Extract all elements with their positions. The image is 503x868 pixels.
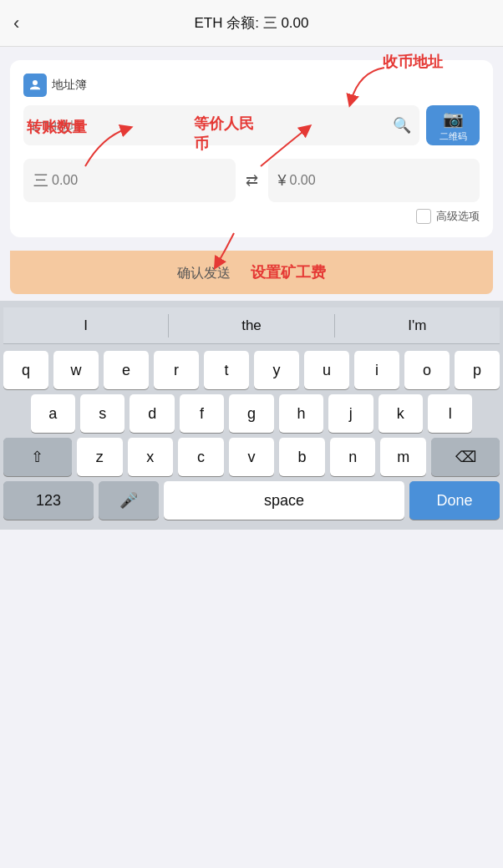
key-b[interactable]: b <box>279 438 325 476</box>
back-button[interactable]: ‹ <box>13 13 19 34</box>
delete-key[interactable]: ⌫ <box>431 438 500 476</box>
addr-book-row[interactable]: 地址簿 <box>23 74 480 97</box>
header: ‹ ETH 余额: 三 0.00 <box>0 0 503 47</box>
confirm-section[interactable]: 确认发送 设置矿工费 <box>10 251 493 294</box>
key-i[interactable]: i <box>354 351 399 389</box>
eth-input-row: 🔍 📷 二维码 <box>23 105 480 145</box>
header-title: ETH 余额: 三 0.00 <box>195 13 309 33</box>
key-e[interactable]: e <box>104 351 149 389</box>
shift-key[interactable]: ⇧ <box>3 438 72 476</box>
key-v[interactable]: v <box>229 438 275 476</box>
swap-icon: ⇄ <box>242 171 262 190</box>
key-q[interactable]: q <box>3 351 48 389</box>
advanced-checkbox[interactable] <box>416 209 431 224</box>
key-z[interactable]: z <box>77 438 123 476</box>
eth-amount-input[interactable] <box>52 173 226 188</box>
search-icon: 🔍 <box>393 116 411 135</box>
key-g[interactable]: g <box>229 394 273 433</box>
key-w[interactable]: w <box>53 351 99 389</box>
eth-prefix: 三 <box>33 170 48 190</box>
suggestion-im[interactable]: I'm <box>335 307 500 343</box>
main-card: 收币地址 地址簿 🔍 📷 二维码 三 ⇄ ¥ 转账数 <box>10 60 493 237</box>
camera-icon: 📷 <box>443 109 464 129</box>
key-y[interactable]: y <box>254 351 299 389</box>
addr-book-label: 地址簿 <box>52 78 87 93</box>
key-u[interactable]: u <box>304 351 349 389</box>
key-m[interactable]: m <box>380 438 426 476</box>
key-k[interactable]: k <box>379 394 423 433</box>
cny-amount-input[interactable] <box>290 173 470 188</box>
keyboard-row-2: a s d f g h j k l <box>3 394 500 433</box>
key-a[interactable]: a <box>31 394 75 433</box>
num-key[interactable]: 123 <box>3 481 94 520</box>
key-h[interactable]: h <box>279 394 323 433</box>
key-n[interactable]: n <box>330 438 376 476</box>
keyboard-row-bottom: 123 🎤 space Done <box>3 481 500 520</box>
annotation-receive-addr: 收币地址 <box>383 52 443 72</box>
eth-address-input[interactable] <box>32 119 393 133</box>
advanced-options-row: 高级选项 <box>23 209 480 224</box>
keyboard: I the I'm q w e r t y u i o p a s d f g … <box>0 301 503 530</box>
key-o[interactable]: o <box>404 351 450 389</box>
suggestions-row: I the I'm <box>3 307 500 344</box>
key-p[interactable]: p <box>455 351 500 389</box>
key-j[interactable]: j <box>328 394 373 433</box>
key-f[interactable]: f <box>180 394 224 433</box>
key-d[interactable]: d <box>130 394 174 433</box>
annotation-miner-fee: 设置矿工费 <box>251 264 326 281</box>
key-t[interactable]: t <box>204 351 249 389</box>
eth-input-wrapper[interactable]: 🔍 <box>23 105 419 145</box>
advanced-label: 高级选项 <box>436 209 480 224</box>
suggestion-the[interactable]: the <box>169 307 333 343</box>
keyboard-row-3: ⇧ z x c v b n m ⌫ <box>3 438 500 476</box>
qr-label: 二维码 <box>439 130 467 143</box>
space-key[interactable]: space <box>164 481 404 520</box>
amount-row: 三 ⇄ ¥ <box>23 159 480 202</box>
key-x[interactable]: x <box>128 438 174 476</box>
key-r[interactable]: r <box>154 351 199 389</box>
qr-button[interactable]: 📷 二维码 <box>426 105 480 145</box>
mic-key[interactable]: 🎤 <box>99 481 159 520</box>
done-key[interactable]: Done <box>409 481 500 520</box>
cny-prefix: ¥ <box>278 172 287 190</box>
eth-amount-box[interactable]: 三 <box>23 159 236 202</box>
cny-amount-box[interactable]: ¥ <box>268 159 480 202</box>
addr-book-icon <box>23 74 47 97</box>
keyboard-row-1: q w e r t y u i o p <box>3 351 500 389</box>
key-c[interactable]: c <box>178 438 224 476</box>
key-l[interactable]: l <box>428 394 472 433</box>
key-s[interactable]: s <box>80 394 124 433</box>
suggestion-i[interactable]: I <box>3 307 168 343</box>
confirm-button[interactable]: 确认发送 <box>177 266 231 280</box>
